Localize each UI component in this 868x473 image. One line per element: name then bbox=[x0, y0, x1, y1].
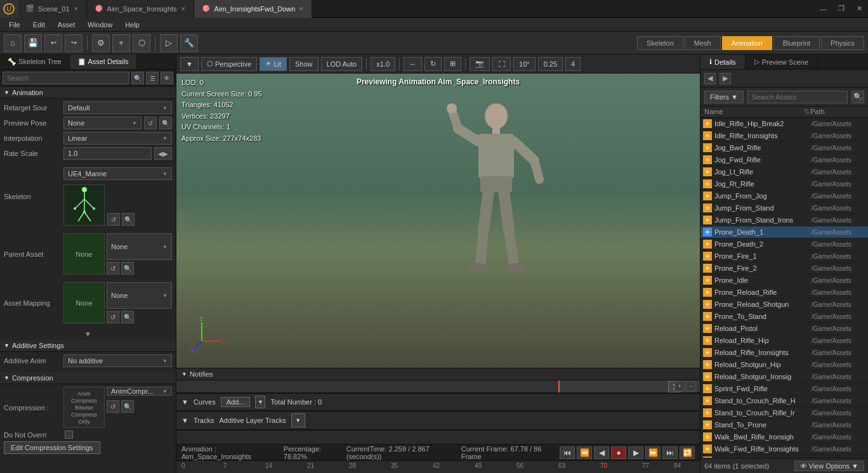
asset-list-item[interactable]: Reload_Shotgun_Ironsig /Game/Assets bbox=[700, 371, 868, 383]
asset-list-item[interactable]: Jump_From_Jog /Game/Assets bbox=[700, 190, 868, 202]
search-button[interactable]: 🔍 bbox=[131, 72, 144, 84]
playback-loop[interactable]: 🔁 bbox=[680, 446, 695, 459]
tab-skeleton-tree[interactable]: 🦴 Skeleton Tree bbox=[0, 55, 70, 69]
toolbar-home[interactable]: ⌂ bbox=[4, 34, 22, 52]
tab-blueprint[interactable]: Blueprint bbox=[773, 36, 820, 50]
viewport-area[interactable]: Previewing Animation Aim_Space_Ironsight… bbox=[176, 74, 700, 368]
asset-list-item[interactable]: Prone_To_Stand /Game/Assets bbox=[700, 311, 868, 323]
retarget-dropdown[interactable]: Default bbox=[63, 101, 172, 114]
toolbar-redo[interactable]: ↪ bbox=[65, 34, 82, 52]
toolbar-settings[interactable]: ⚙ bbox=[92, 34, 110, 52]
curves-header[interactable]: ▼ Curves Add... ▼ Total Number : 0 bbox=[176, 394, 700, 411]
perspective-btn[interactable]: ⬡ Perspective bbox=[201, 57, 257, 71]
edit-compression-button[interactable]: Edit Compression Settings bbox=[4, 441, 100, 454]
view-options-button[interactable]: ☰ bbox=[146, 72, 159, 84]
asset-list-item[interactable]: Stand_to_Crouch_Rifle_Ir /Game/Assets bbox=[700, 407, 868, 419]
notifies-header[interactable]: ▼ Notifies bbox=[176, 368, 700, 380]
tab-scene01[interactable]: 🎬 Scene_01 ✕ bbox=[18, 0, 87, 18]
settings-eye-button[interactable]: 👁 bbox=[161, 72, 173, 84]
lit-btn[interactable]: ☀ Lit bbox=[260, 57, 287, 71]
parent-asset-dropdown[interactable]: None bbox=[107, 233, 172, 260]
toolbar-save[interactable]: 💾 bbox=[24, 34, 42, 52]
preview-pose-reset[interactable]: ↺ bbox=[144, 117, 157, 129]
tracks-dropdown[interactable]: ▼ bbox=[291, 413, 305, 427]
curves-add-button[interactable]: Add... bbox=[221, 397, 251, 407]
parent-asset-find[interactable]: 🔍 bbox=[121, 262, 134, 275]
timeline-add-btn[interactable]: + bbox=[674, 381, 685, 391]
asset-list-item[interactable]: Prone_Death_2 /Game/Assets bbox=[700, 238, 868, 250]
asset-list-item[interactable]: Stand_to_Crouch_Rifle_H /Game/Assets bbox=[700, 395, 868, 407]
asset-list-item[interactable]: Prone_Reload_Rifle /Game/Assets bbox=[700, 287, 868, 299]
interpolation-dropdown[interactable]: Linear bbox=[63, 132, 172, 145]
toolbar-debug[interactable]: 🔧 bbox=[180, 34, 198, 52]
viewport-num[interactable]: 4 bbox=[565, 57, 581, 71]
asset-mapping-find[interactable]: 🔍 bbox=[121, 311, 134, 323]
additive-anim-dropdown[interactable]: No additive bbox=[63, 354, 172, 367]
asset-list-item[interactable]: Jump_From_Stand /Game/Assets bbox=[700, 202, 868, 214]
menu-file[interactable]: File bbox=[3, 20, 27, 30]
menu-asset[interactable]: Asset bbox=[51, 20, 82, 30]
lod-btn[interactable]: LOD Auto bbox=[321, 57, 363, 71]
filters-button[interactable]: Filters ▼ bbox=[704, 91, 744, 103]
playback-next[interactable]: ⏩ bbox=[645, 446, 661, 459]
tab-aim-fwd[interactable]: 🎯 Aim_IronsightsFwd_Down ✕ bbox=[194, 0, 313, 18]
parent-asset-reset[interactable]: ↺ bbox=[107, 262, 119, 275]
asset-list-item[interactable]: Jog_Fwd_Rifle /Game/Assets bbox=[700, 154, 868, 166]
show-btn[interactable]: Show bbox=[289, 57, 319, 71]
search-input[interactable] bbox=[3, 72, 129, 84]
preview-pose-search[interactable]: 🔍 bbox=[159, 117, 172, 129]
playback-to-start[interactable]: ⏮ bbox=[560, 446, 575, 459]
maximize-button[interactable]: ❐ bbox=[832, 0, 850, 18]
asset-list-item[interactable]: Sprint_Fwd_Rifle /Game/Assets bbox=[700, 383, 868, 395]
asset-list-item[interactable]: Jog_Lt_Rifle /Game/Assets bbox=[700, 166, 868, 178]
aim-space-close[interactable]: ✕ bbox=[181, 6, 186, 12]
menu-help[interactable]: Help bbox=[119, 20, 146, 30]
menu-window[interactable]: Window bbox=[81, 20, 119, 30]
asset-list-item[interactable]: Prone_Fire_1 /Game/Assets bbox=[700, 250, 868, 262]
timeline-remove-btn[interactable]: − bbox=[686, 381, 696, 391]
tab-details[interactable]: ℹ Details bbox=[700, 55, 746, 69]
rate-scale-slider[interactable]: ◀▶ bbox=[154, 147, 172, 160]
toolbar-add[interactable]: + bbox=[112, 34, 130, 52]
skeleton-reset-btn[interactable]: ↺ bbox=[107, 213, 120, 226]
do-not-override-checkbox[interactable] bbox=[65, 431, 73, 439]
nav-back-button[interactable]: ◀ bbox=[704, 73, 716, 84]
playback-next-frame[interactable]: ⏭ bbox=[662, 446, 678, 459]
compression-find[interactable]: 🔍 bbox=[121, 400, 134, 413]
asset-list-item[interactable]: Prone_Fire_2 /Game/Assets bbox=[700, 262, 868, 275]
compression-dropdown[interactable]: AnimCompr... bbox=[107, 387, 172, 396]
tab-aim-space[interactable]: 🎯 Aim_Space_Ironsights ✕ bbox=[87, 0, 194, 18]
tab-asset-details[interactable]: 📋 Asset Details bbox=[70, 55, 137, 69]
speed-btn[interactable]: x1.0 bbox=[371, 57, 395, 71]
translate-btn[interactable]: ↔ bbox=[404, 57, 422, 71]
view-options-btn[interactable]: 👁 View Options ▼ bbox=[794, 461, 865, 471]
rotate-btn[interactable]: ↻ bbox=[424, 57, 442, 71]
scene-tab-close[interactable]: ✕ bbox=[74, 6, 79, 12]
asset-list-item[interactable]: Reload_Rifle_Ironsights /Game/Assets bbox=[700, 347, 868, 359]
timeline-notifies-bar[interactable]: 1 + − bbox=[176, 380, 700, 393]
tab-skeleton[interactable]: Skeleton bbox=[637, 36, 683, 50]
playback-prev-frame[interactable]: ⏪ bbox=[577, 446, 592, 459]
rate-scale-input[interactable]: 1.0 bbox=[63, 147, 152, 160]
asset-mapping-reset[interactable]: ↺ bbox=[107, 311, 119, 323]
asset-list-item[interactable]: Idle_Rifle_Hip_Break2 /Game/Assets bbox=[700, 118, 868, 130]
asset-list-item[interactable]: Stand_To_Prone /Game/Assets bbox=[700, 419, 868, 431]
asset-list-item[interactable]: Walk_Fwd_Rifle_Ironsights /Game/Assets bbox=[700, 443, 868, 455]
asset-list-item[interactable]: Prone_Death_1 /Game/Assets bbox=[700, 226, 868, 238]
preview-pose-dropdown[interactable]: None bbox=[63, 117, 141, 129]
minimize-button[interactable]: — bbox=[815, 0, 832, 18]
asset-list-item[interactable]: Reload_Rifle_Hip /Game/Assets bbox=[700, 335, 868, 347]
asset-mapping-dropdown[interactable]: None bbox=[107, 282, 172, 309]
asset-list-item[interactable]: Jog_Bwd_Rifle /Game/Assets bbox=[700, 142, 868, 154]
compression-section-header[interactable]: ▼ Compression bbox=[0, 372, 176, 384]
curves-add-dropdown[interactable]: ▼ bbox=[255, 396, 265, 408]
skeleton-find-btn[interactable]: 🔍 bbox=[122, 213, 135, 226]
toolbar-undo[interactable]: ↩ bbox=[44, 34, 62, 52]
asset-list-item[interactable]: Reload_Shotgun_Hip /Game/Assets bbox=[700, 359, 868, 371]
playback-prev[interactable]: ◀ bbox=[594, 446, 609, 459]
tab-animation[interactable]: Animation bbox=[722, 36, 772, 50]
tab-mesh[interactable]: Mesh bbox=[685, 36, 721, 50]
tab-preview-scene[interactable]: ▷ Preview Scene bbox=[746, 55, 818, 69]
asset-list-item[interactable]: Reload_Pistol /Game/Assets bbox=[700, 323, 868, 335]
asset-list-item[interactable]: Jog_Rt_Rifle /Game/Assets bbox=[700, 178, 868, 190]
